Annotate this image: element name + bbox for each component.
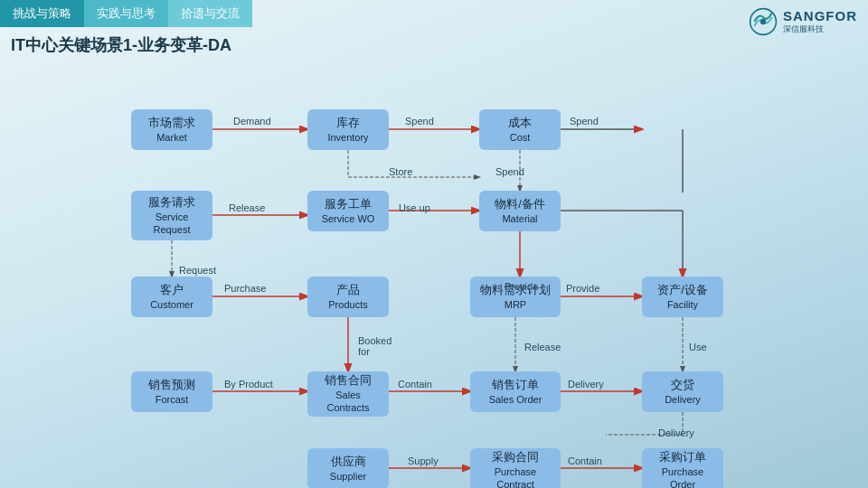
diagram: 市场需求 Market 库存 Inventory 成本 Cost 服务请求 Se… <box>0 60 868 488</box>
node-supplier: 供应商 Supplier <box>307 448 389 488</box>
label-spend3: Spend <box>495 166 524 177</box>
label-use: Use <box>689 342 707 352</box>
nav-item-exchange[interactable]: 拾遗与交流 <box>168 0 252 27</box>
nav-item-strategy[interactable]: 挑战与策略 <box>0 0 84 27</box>
arrows-svg <box>0 60 868 488</box>
label-release: Release <box>229 202 265 213</box>
node-delivery: 交贷 Delivery <box>642 371 723 412</box>
label-provide1: Provide <box>505 281 538 292</box>
node-market: 市场需求 Market <box>131 109 212 150</box>
label-delivery2: Delivery <box>658 427 694 438</box>
logo-icon <box>749 7 778 36</box>
nav-item-practice[interactable]: 实践与思考 <box>84 0 168 27</box>
label-purchase: Purchase <box>224 283 266 294</box>
logo-name: SANGFOR <box>783 8 857 23</box>
label-release2: Release <box>524 342 561 352</box>
top-nav: 挑战与策略 实践与思考 拾遗与交流 <box>0 0 252 27</box>
node-cost: 成本 Cost <box>479 109 561 150</box>
node-material: 物料/备件 Material <box>479 191 561 231</box>
node-products: 产品 Products <box>307 277 389 317</box>
page-title: IT中心关键场景1-业务变革-DA <box>11 34 231 56</box>
logo: SANGFOR 深信服科技 <box>749 7 857 36</box>
node-facility: 资产/设备 Facility <box>642 277 723 317</box>
label-request: Request <box>179 265 216 276</box>
node-customer: 客户 Customer <box>131 277 212 317</box>
label-spend2: Spend <box>570 116 599 127</box>
label-demand: Demand <box>233 116 271 127</box>
label-booked-for: Bookedfor <box>358 335 392 357</box>
label-provide2: Provide <box>566 283 599 294</box>
node-inventory: 库存 Inventory <box>307 109 389 150</box>
label-contain1: Contain <box>398 379 432 389</box>
svg-point-1 <box>760 19 766 24</box>
node-service-wo: 服务工单 Service WO <box>307 191 389 231</box>
node-purchase-order: 采购订单 Purchase Order <box>642 448 723 488</box>
label-supply: Supply <box>408 455 439 466</box>
label-contain2: Contain <box>568 455 602 466</box>
label-spend1: Spend <box>405 116 434 127</box>
label-delivery1: Delivery <box>568 379 604 389</box>
node-forcast: 销售预测 Forcast <box>131 371 212 412</box>
node-sales-order: 销售订单 Sales Order <box>470 371 561 412</box>
label-by-product: By Product <box>224 379 273 389</box>
label-use-up: Use up <box>399 202 430 213</box>
label-store: Store <box>389 166 412 177</box>
node-sales-contracts: 销售合同 Sales Contracts <box>307 371 389 417</box>
logo-sub: 深信服科技 <box>783 23 857 35</box>
node-service-request: 服务请求 Service Request <box>131 191 212 240</box>
node-purchase-contract: 采购合同 Purchase Contract <box>470 448 561 488</box>
